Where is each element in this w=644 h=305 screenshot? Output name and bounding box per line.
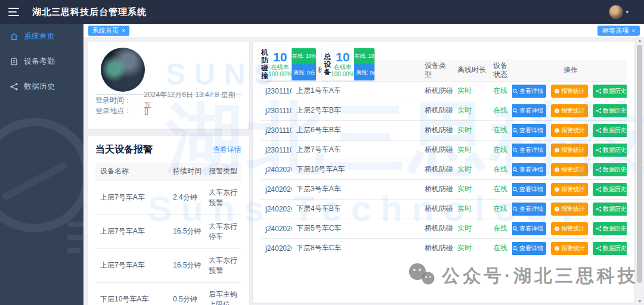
- data-history-button[interactable]: 数据历史: [593, 222, 627, 235]
- offline-badge: 离线: 0台: [354, 64, 375, 81]
- search-icon: [512, 186, 518, 192]
- vertical-scrollbar[interactable]: ▲ ▼: [636, 37, 643, 305]
- top-header: 湖北三思科技后台管理系统 ▾: [0, 0, 644, 24]
- alarm-stats-button[interactable]: 报警统计: [551, 85, 588, 98]
- column-header: 设备类型: [420, 60, 453, 81]
- cell-device-id: j240202010: [261, 238, 292, 258]
- cell-device-type: 桥机防碰撞1: [420, 120, 453, 140]
- cell-device-type: 桥机防碰撞1: [420, 81, 453, 101]
- data-history-button[interactable]: 数据历史: [593, 242, 627, 255]
- button-label: 数据历史: [603, 146, 627, 154]
- cell-device-name: 上层2号车B车: [292, 101, 420, 120]
- sidebar-watermark-bar: [67, 235, 83, 240]
- alert-icon: [554, 108, 560, 114]
- sidebar-item-label: 数据历史: [24, 81, 55, 92]
- stat-rate: 100.00%: [268, 71, 292, 78]
- data-history-button[interactable]: 数据历史: [593, 163, 627, 176]
- cell-duration: 2.4分钟: [168, 180, 204, 214]
- alarm-table: 设备名称 持续时间 报警类型 上层7号车A车 2.4分钟 大车东行预警 上层7号…: [95, 163, 242, 305]
- cell-offline-duration: 实时: [453, 160, 488, 179]
- login-location-label: 登录地点：: [95, 106, 144, 116]
- cell-device-id: j230111002: [261, 101, 292, 120]
- alarm-stats-button[interactable]: 报警统计: [551, 183, 588, 196]
- alarm-stats-button[interactable]: 报警统计: [551, 203, 588, 216]
- view-detail-link[interactable]: 查看详情: [213, 145, 242, 155]
- table-row: 上层7号车A车 16.5分钟 大车东行预警: [95, 248, 242, 282]
- button-label: 报警统计: [561, 225, 585, 233]
- cell-offline-duration: 实时: [453, 219, 488, 238]
- device-table: 设备id 设备名称 设备类型 离线时长 设备状态 操作 j230111001 上…: [261, 60, 627, 258]
- avatar[interactable]: [609, 5, 623, 19]
- cell-device-id: j230111003: [261, 140, 292, 160]
- share-icon: [596, 108, 602, 114]
- sidebar-item-history[interactable]: 数据历史: [0, 74, 83, 99]
- tag-options-button[interactable]: 标签选项 ∨: [597, 26, 640, 36]
- button-label: 查看详情: [519, 185, 543, 194]
- view-detail-button[interactable]: 查看详情: [512, 183, 546, 196]
- sidebar-item-attendance[interactable]: 设备考勤: [0, 49, 83, 74]
- button-label: 报警统计: [561, 107, 585, 115]
- button-label: 数据历史: [603, 126, 627, 135]
- tab-home[interactable]: 系统首页 ×: [88, 26, 129, 36]
- alarm-stats-button[interactable]: 报警统计: [551, 242, 588, 255]
- view-detail-button[interactable]: 查看详情: [512, 124, 546, 137]
- share-icon: [596, 186, 602, 192]
- cell-offline-duration: 实时: [453, 140, 488, 160]
- share-icon: [596, 245, 602, 251]
- scrollbar-thumb[interactable]: [637, 45, 642, 283]
- alarm-stats-button[interactable]: 报警统计: [551, 163, 588, 176]
- view-detail-button[interactable]: 查看详情: [512, 144, 546, 157]
- alarm-panel: 当天设备报警 查看详情 设备名称 持续时间 报警类型 上层7号车A车 2.4分钟: [88, 136, 249, 305]
- scroll-down-arrow[interactable]: ▼: [636, 298, 643, 305]
- column-header: 操作: [512, 60, 627, 81]
- button-label: 查看详情: [519, 126, 543, 135]
- view-detail-button[interactable]: 查看详情: [512, 85, 546, 98]
- table-row: j230111003 上层7号车A车 桥机防碰撞1 实时 在线 查看详情 报警统…: [261, 140, 627, 160]
- view-detail-button[interactable]: 查看详情: [512, 163, 546, 176]
- stat-card-anticollision: 机防碰撞 10 在线率 100.00% 在线: 10台 离线: 0台: [259, 48, 317, 81]
- app-title: 湖北三思科技后台管理系统: [32, 7, 147, 18]
- close-icon[interactable]: ×: [122, 27, 125, 34]
- cell-device-name: 下层10号车A车: [292, 160, 420, 179]
- view-detail-button[interactable]: 查看详情: [512, 242, 546, 255]
- data-history-button[interactable]: 数据历史: [593, 124, 627, 137]
- menu-toggle-icon[interactable]: [8, 8, 19, 16]
- search-icon: [512, 226, 518, 232]
- scroll-up-arrow[interactable]: ▲: [636, 37, 643, 44]
- alarm-stats-button[interactable]: 报警统计: [551, 222, 588, 235]
- cell-device-status: 在线: [488, 101, 512, 120]
- view-detail-button[interactable]: 查看详情: [512, 203, 546, 216]
- cell-device-type: 桥机防碰撞1: [420, 101, 453, 120]
- table-row: j240202005 下层3号车A车 桥机防碰撞1 实时 在线 查看详情 报警统…: [261, 179, 627, 199]
- view-detail-button[interactable]: 查看详情: [512, 104, 546, 117]
- alarm-stats-button[interactable]: 报警统计: [551, 124, 588, 137]
- cell-device-status: 在线: [488, 140, 512, 160]
- alarm-stats-button[interactable]: 报警统计: [551, 104, 588, 117]
- stat-rate: 100.00%: [331, 71, 354, 78]
- button-label: 报警统计: [561, 205, 585, 213]
- alarm-panel-title: 当天设备报警: [95, 144, 153, 156]
- cell-device-id: j240202007: [261, 219, 292, 238]
- data-history-button[interactable]: 数据历史: [593, 85, 627, 98]
- data-history-button[interactable]: 数据历史: [593, 104, 627, 117]
- stat-rate-label: 在线率: [331, 64, 354, 71]
- table-row: j230111001 上层1号车A车 桥机防碰撞1 实时 在线 查看详情 报警统…: [261, 81, 627, 101]
- column-header: 持续时间: [168, 163, 204, 180]
- sidebar-item-home[interactable]: 系统首页: [0, 24, 83, 49]
- alert-icon: [554, 206, 560, 212]
- alert-icon: [554, 186, 560, 192]
- data-history-button[interactable]: 数据历史: [593, 183, 627, 196]
- data-history-button[interactable]: 数据历史: [593, 144, 627, 157]
- cell-device-type: 桥机防碰撞1: [420, 140, 453, 160]
- share-icon: [596, 147, 602, 153]
- share-icon: [596, 226, 602, 232]
- cell-alarm-type: 大车东行预警: [204, 180, 242, 214]
- data-history-button[interactable]: 数据历史: [593, 203, 627, 216]
- table-row: j240202008 下层10号车A车 桥机防碰撞1 实时 在线 查看详情 报警…: [261, 160, 627, 179]
- alarm-stats-button[interactable]: 报警统计: [551, 144, 588, 157]
- search-icon: [512, 108, 518, 114]
- alert-icon: [554, 147, 560, 153]
- view-detail-button[interactable]: 查看详情: [512, 222, 546, 235]
- user-menu[interactable]: ▾: [609, 5, 628, 19]
- button-label: 数据历史: [603, 107, 627, 115]
